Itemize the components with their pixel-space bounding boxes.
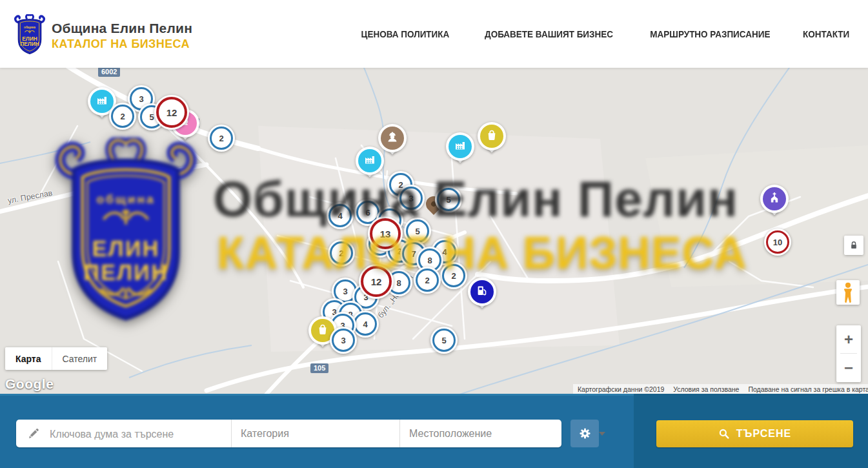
bag-icon <box>485 128 498 144</box>
category-select-label: Категория <box>231 428 289 440</box>
page: 3251222354675134227482128233383435106002… <box>0 0 868 468</box>
road-label: 105 <box>310 363 328 373</box>
map-type-satellite-button[interactable]: Сателит <box>52 347 108 370</box>
chevron-down-icon <box>599 432 605 436</box>
factory-icon <box>96 94 108 109</box>
search-button[interactable]: ТЪРСЕНЕ <box>656 420 853 447</box>
svg-text:община: община <box>24 25 35 29</box>
pin-marker-fuel[interactable] <box>467 278 497 318</box>
category-select[interactable]: Категория <box>231 420 399 447</box>
nav-item-schedule[interactable]: МАРШРУТНО РАЗПИСАНИЕ <box>650 28 770 39</box>
fuel-icon <box>476 284 489 300</box>
map-canvas[interactable]: 3251222354675134227482128233383435106002… <box>0 68 868 394</box>
factory-icon <box>363 153 376 168</box>
attribution-copyright: Картографски данни ©2019 <box>578 385 664 393</box>
cluster-marker[interactable]: 13 <box>368 216 403 251</box>
site-subtitle: КАТАЛОГ НА БИЗНЕСА <box>52 37 192 51</box>
cluster-marker[interactable]: 2 <box>328 239 355 267</box>
zoom-control: + − <box>836 325 861 382</box>
cluster-marker[interactable]: 3 <box>330 327 357 354</box>
map-type-control: Карта Сателит <box>5 347 107 370</box>
lock-control[interactable] <box>844 236 863 255</box>
cluster-marker[interactable]: 5 <box>430 327 458 354</box>
pegman-icon <box>842 282 854 303</box>
bag-icon <box>316 323 329 338</box>
lock-icon <box>849 240 859 250</box>
cluster-marker[interactable]: 2 <box>109 103 136 130</box>
markers-layer: 3251222354675134227482128233383435106002… <box>0 68 868 394</box>
search-icon <box>718 428 730 440</box>
cluster-marker[interactable]: 5 <box>435 186 462 213</box>
attribution-terms-link[interactable]: Условия за ползване <box>673 385 739 393</box>
church-icon <box>768 191 781 207</box>
pencil-icon <box>28 427 40 440</box>
pin-marker-factory[interactable] <box>445 132 475 172</box>
search-controls: Категория Местоположение <box>16 420 561 447</box>
cluster-marker[interactable]: 3 <box>398 185 425 212</box>
cluster-marker[interactable]: 2 <box>440 262 467 289</box>
google-logo[interactable]: Google <box>5 376 54 392</box>
site-title: Община Елин Пелин <box>52 21 192 36</box>
cluster-marker[interactable]: 2 <box>208 125 235 152</box>
cluster-marker[interactable]: 10 <box>764 229 791 256</box>
cluster-marker[interactable]: 12 <box>359 264 394 299</box>
municipality-emblem-icon: община ЕЛИН ПЕЛИН <box>13 14 46 56</box>
advanced-search-button[interactable] <box>570 420 599 447</box>
pin-marker-bag[interactable] <box>477 122 507 162</box>
site-logo[interactable]: община ЕЛИН ПЕЛИН Община Елин Пелин КАТА… <box>13 14 192 56</box>
attribution-report-link[interactable]: Подаване на сигнал за грешка в картата <box>748 385 868 393</box>
zoom-out-button[interactable]: − <box>836 354 861 382</box>
map-attribution: Картографски данни ©2019 Условия за полз… <box>573 384 868 394</box>
search-bar: Категория Местоположение <box>0 394 868 468</box>
road-label: 6002 <box>98 68 120 77</box>
cluster-marker[interactable]: 12 <box>154 95 189 130</box>
svg-text:ПЕЛИН: ПЕЛИН <box>20 41 39 47</box>
location-select-label: Местоположение <box>399 428 492 440</box>
header: община ЕЛИН ПЕЛИН Община Елин Пелин КАТА… <box>0 0 868 68</box>
nav-item-contacts[interactable]: КОНТАКТИ <box>803 28 849 39</box>
location-select[interactable]: Местоположение <box>399 420 561 447</box>
worker-icon <box>386 130 399 146</box>
keyword-search-input[interactable] <box>48 420 225 448</box>
street-label: ул. Преслав <box>7 188 54 205</box>
logo-text: Община Елин Пелин КАТАЛОГ НА БИЗНЕСА <box>52 21 192 51</box>
pin-marker-factory[interactable] <box>355 147 385 187</box>
search-button-label: ТЪРСЕНЕ <box>736 428 791 440</box>
zoom-in-button[interactable]: + <box>836 325 861 353</box>
gear-icon <box>579 427 591 440</box>
cluster-marker[interactable]: 2 <box>414 267 441 294</box>
main-nav: ЦЕНОВА ПОЛИТИКА ДОБАВЕТЕ ВАШИЯТ БИЗНЕС М… <box>356 0 852 68</box>
cluster-marker[interactable]: 4 <box>327 202 354 229</box>
nav-item-add-business[interactable]: ДОБАВЕТЕ ВАШИЯТ БИЗНЕС <box>485 28 613 39</box>
map-type-map-button[interactable]: Карта <box>5 347 52 370</box>
street-view-pegman[interactable] <box>836 280 860 305</box>
nav-item-pricing[interactable]: ЦЕНОВА ПОЛИТИКА <box>361 28 450 39</box>
pin-marker-church[interactable] <box>760 185 789 225</box>
factory-icon <box>454 139 467 154</box>
